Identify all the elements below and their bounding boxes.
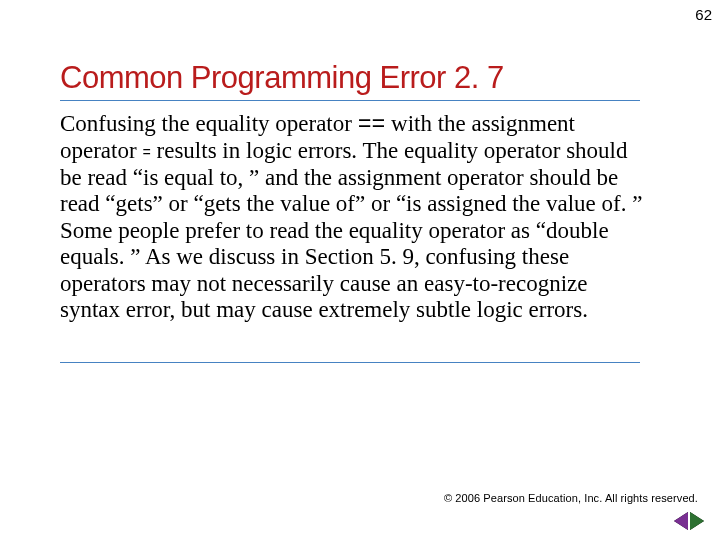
slide-nav: [674, 512, 704, 530]
title-underline: [60, 100, 640, 101]
next-slide-button[interactable]: [690, 512, 704, 530]
body-paragraph: Confusing the equality operator == with …: [60, 111, 660, 324]
body-text-3: results in logic errors. The equality op…: [60, 138, 642, 322]
bottom-rule: [60, 362, 640, 363]
copyright-footer: © 2006 Pearson Education, Inc. All right…: [444, 492, 698, 504]
slide-content: Common Programming Error 2. 7 Confusing …: [0, 0, 720, 324]
prev-slide-button[interactable]: [674, 512, 688, 530]
bottom-rule-container: [0, 362, 720, 363]
body-text-1: Confusing the equality operator: [60, 111, 358, 136]
slide-title: Common Programming Error 2. 7: [60, 60, 660, 96]
equality-operator: ==: [358, 112, 386, 138]
assignment-operator: =: [142, 145, 150, 161]
page-number: 62: [695, 6, 712, 23]
